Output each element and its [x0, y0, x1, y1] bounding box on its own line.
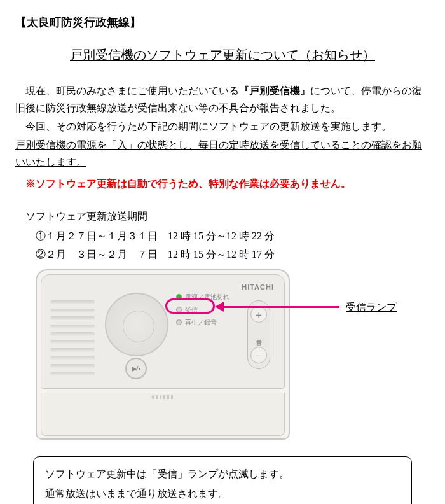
speaker-icon [105, 293, 168, 356]
receive-highlight-ring [165, 298, 215, 314]
document-header-tag: 【太良町防災行政無線】 [15, 13, 430, 32]
info-box-line-2: 通常放送はいままで通り放送されます。 [45, 484, 400, 503]
device-base [41, 393, 285, 436]
device-brand-label: HITACHI [242, 281, 274, 293]
callout-arrow-head-icon [215, 302, 224, 312]
document-title: 戸別受信機のソフトウェア更新について（お知らせ） [15, 44, 430, 66]
device-body: HITACHI ▶/• 電源／電池切れ 受信 再生／録音 ＋ 音量 － [36, 269, 290, 440]
callout-label: 受信ランプ [346, 298, 397, 316]
paragraph-3-underlined: 戸別受信機の電源を「入」の状態とし、毎日の定時放送を受信していることの確認をお願… [15, 136, 430, 171]
callout-arrow-line [219, 306, 339, 308]
note-red: ※ソフトウェア更新は自動で行うため、特別な作業は必要ありません。 [15, 175, 430, 192]
info-box: ソフトウェア更新中は「受信」ランプが点滅します。 通常放送はいままで通り放送され… [33, 456, 412, 504]
info-box-line-1: ソフトウェア更新中は「受信」ランプが点滅します。 [45, 465, 400, 484]
device-top-panel: HITACHI ▶/• 電源／電池切れ 受信 再生／録音 ＋ 音量 － [41, 274, 285, 389]
vent-grille [50, 300, 95, 375]
para1-bold: 『戸別受信機』 [239, 85, 310, 96]
volume-control: ＋ 音量 － [247, 300, 270, 369]
volume-down-icon: － [250, 347, 267, 363]
play-led-icon [176, 319, 182, 325]
paragraph-1: 現在、町民のみなさまにご使用いただいている『戸別受信機』について、停電からの復旧… [15, 82, 430, 116]
play-record-button: ▶/• [125, 358, 147, 379]
schedule-line-1: ①１月２７日～１月３１日 12 時 15 分～12 時 22 分 [15, 227, 430, 244]
volume-up-icon: ＋ [250, 306, 267, 323]
paragraph-2: 今回、その対応を行うため下記の期間にソフトウェアの更新放送を実施します。 [15, 118, 430, 135]
device-illustration: HITACHI ▶/• 電源／電池切れ 受信 再生／録音 ＋ 音量 － 受信ラン… [36, 269, 417, 447]
para1-pre: 現在、町民のみなさまにご使用いただいている [25, 85, 239, 96]
led-play-label: 再生／録音 [185, 317, 217, 328]
schedule-line-2: ②２月 ３日～２月 ７日 12 時 15 分～12 時 17 分 [15, 246, 430, 263]
schedule-heading: ソフトウェア更新放送期間 [15, 207, 430, 225]
led-play-row: 再生／録音 [176, 316, 229, 328]
